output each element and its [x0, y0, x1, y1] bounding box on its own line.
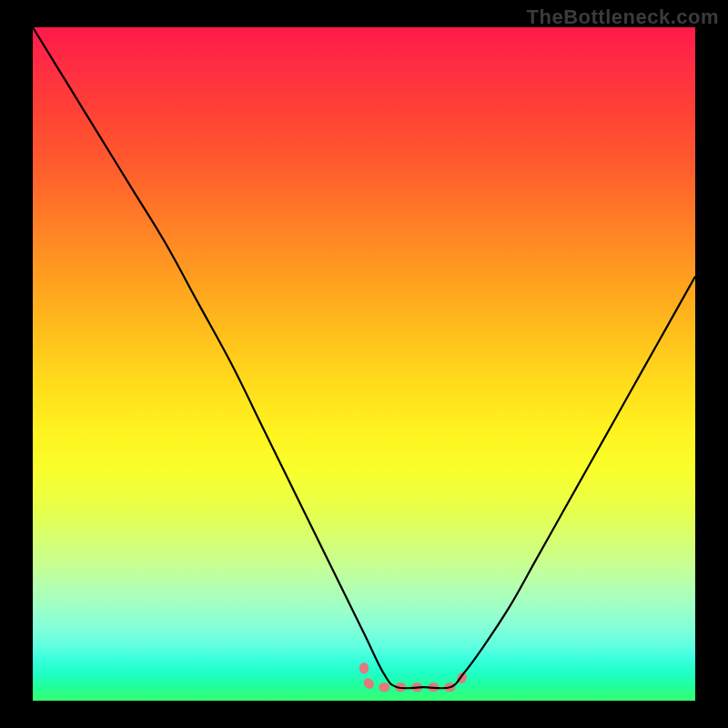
curve-layer [33, 27, 695, 701]
bottleneck-curve [33, 27, 695, 688]
valley-marker [364, 667, 463, 687]
plot-area [33, 27, 695, 701]
watermark-label: TheBottleneck.com [527, 5, 719, 29]
chart-frame: TheBottleneck.com [0, 0, 728, 728]
